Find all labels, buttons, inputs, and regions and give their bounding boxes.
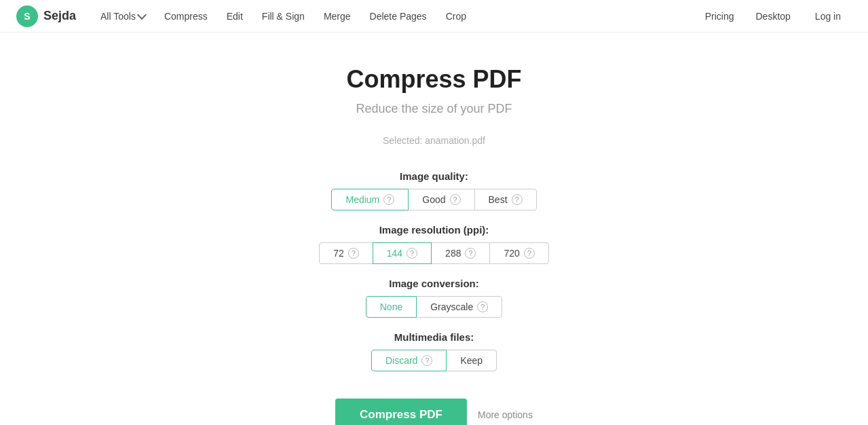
image-conversion-group: None Grayscale ?	[366, 296, 503, 318]
conversion-none-btn[interactable]: None	[366, 296, 417, 318]
conversion-grayscale-help-icon[interactable]: ?	[477, 301, 488, 312]
resolution-720-help-icon[interactable]: ?	[524, 248, 535, 259]
nav-login[interactable]: Log in	[804, 7, 852, 26]
logo-area[interactable]: S Sejda	[16, 5, 76, 27]
nav-fill-sign[interactable]: Fill & Sign	[254, 7, 313, 26]
image-resolution-label: Image resolution (ppi):	[379, 224, 489, 236]
resolution-72-help-icon[interactable]: ?	[348, 248, 359, 259]
quality-medium-help-icon[interactable]: ?	[383, 194, 394, 205]
quality-good-help-icon[interactable]: ?	[450, 194, 461, 205]
selected-file: Selected: anamation.pdf	[383, 135, 485, 146]
chevron-down-icon	[137, 10, 147, 20]
image-quality-row: Image quality: Medium ? Good ? Best ?	[331, 170, 536, 210]
nav-links: All Tools Compress Edit Fill & Sign Merg…	[92, 7, 697, 26]
quality-good-btn[interactable]: Good ?	[408, 189, 474, 210]
nav-right: Pricing Desktop Log in	[697, 7, 852, 26]
settings-section: Image quality: Medium ? Good ? Best ? Im…	[0, 170, 868, 371]
nav-compress[interactable]: Compress	[156, 7, 216, 26]
nav-edit[interactable]: Edit	[219, 7, 251, 26]
image-conversion-row: Image conversion: None Grayscale ?	[366, 278, 503, 318]
compress-pdf-button[interactable]: Compress PDF	[335, 399, 467, 425]
nav-desktop[interactable]: Desktop	[747, 7, 798, 26]
multimedia-files-label: Multimedia files:	[394, 331, 474, 343]
nav-merge[interactable]: Merge	[316, 7, 359, 26]
image-resolution-row: Image resolution (ppi): 72 ? 144 ? 288 ?…	[319, 224, 549, 264]
logo-icon: S	[16, 5, 38, 27]
page-subtitle: Reduce the size of your PDF	[356, 102, 512, 116]
resolution-720-btn[interactable]: 720 ?	[489, 242, 548, 264]
nav-crop[interactable]: Crop	[438, 7, 474, 26]
multimedia-keep-btn[interactable]: Keep	[446, 350, 497, 371]
quality-best-help-icon[interactable]: ?	[512, 194, 523, 205]
image-conversion-label: Image conversion:	[389, 278, 479, 289]
resolution-144-btn[interactable]: 144 ?	[373, 242, 432, 264]
resolution-288-help-icon[interactable]: ?	[465, 248, 476, 259]
multimedia-discard-btn[interactable]: Discard ?	[371, 350, 447, 371]
quality-best-btn[interactable]: Best ?	[474, 189, 537, 210]
multimedia-files-group: Discard ? Keep	[371, 350, 497, 371]
conversion-grayscale-btn[interactable]: Grayscale ?	[416, 296, 502, 318]
multimedia-discard-help-icon[interactable]: ?	[421, 355, 432, 366]
main-content: Compress PDF Reduce the size of your PDF…	[0, 33, 868, 425]
image-resolution-group: 72 ? 144 ? 288 ? 720 ?	[319, 242, 549, 264]
nav-all-tools[interactable]: All Tools	[92, 7, 153, 26]
resolution-72-btn[interactable]: 72 ?	[319, 242, 373, 264]
navbar: S Sejda All Tools Compress Edit Fill & S…	[0, 0, 868, 33]
quality-medium-btn[interactable]: Medium ?	[331, 189, 409, 210]
nav-delete-pages[interactable]: Delete Pages	[362, 7, 435, 26]
image-quality-label: Image quality:	[400, 170, 468, 182]
resolution-144-help-icon[interactable]: ?	[407, 248, 417, 259]
multimedia-files-row: Multimedia files: Discard ? Keep	[371, 331, 497, 371]
resolution-288-btn[interactable]: 288 ?	[431, 242, 490, 264]
logo-text: Sejda	[43, 9, 76, 23]
image-quality-group: Medium ? Good ? Best ?	[331, 189, 536, 210]
more-options-link[interactable]: More options	[478, 409, 533, 420]
nav-pricing[interactable]: Pricing	[697, 7, 742, 26]
bottom-actions: Compress PDF More options	[335, 399, 533, 425]
page-title: Compress PDF	[346, 65, 521, 94]
